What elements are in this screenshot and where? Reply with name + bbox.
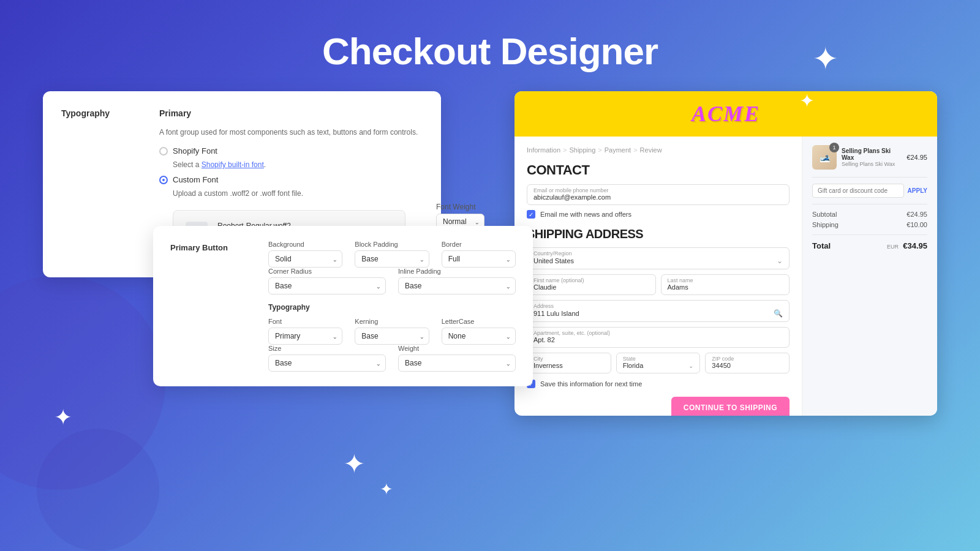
contact-title: CONTACT — [527, 162, 790, 178]
corner-radius-select-wrap[interactable]: Base — [268, 277, 386, 294]
inline-padding-select[interactable]: Base — [398, 277, 516, 294]
corner-radius-select[interactable]: Base — [268, 277, 386, 294]
lettercase-select[interactable]: None — [442, 328, 516, 345]
apt-group[interactable]: Apartment, suite, etc. (optional) Apt. 8… — [527, 327, 790, 348]
shopify-font-radio[interactable] — [159, 147, 168, 156]
product-thumbnail: 🎿 1 — [812, 145, 837, 170]
first-name-label: First name (optional) — [533, 277, 649, 283]
city-state-zip-row: City Inverness State Florida ⌄ ZIP code … — [527, 353, 790, 373]
kerning-select[interactable]: Base — [355, 328, 429, 345]
typography-section-title: Typography — [61, 108, 135, 118]
custom-font-option[interactable]: Custom Font — [159, 175, 484, 184]
total-label: Total — [812, 241, 831, 250]
block-padding-group: Block Padding Base — [355, 241, 429, 268]
country-field-group[interactable]: Country/Region United States ⌄ — [527, 247, 790, 269]
zip-label: ZIP code — [712, 356, 783, 362]
font-select[interactable]: Primary — [268, 328, 342, 345]
apply-discount-button[interactable]: APPLY — [908, 187, 927, 194]
checkout-body: Information > Shipping > Payment > Revie… — [514, 137, 937, 416]
divider-2 — [812, 204, 927, 204]
divider-1 — [812, 177, 927, 178]
breadcrumb-sep-2: > — [598, 146, 601, 154]
apt-label: Apartment, suite, etc. (optional) — [533, 330, 783, 336]
block-padding-select-wrap[interactable]: Base — [355, 250, 429, 268]
border-select-wrap[interactable]: Full — [442, 250, 516, 268]
state-chevron-icon: ⌄ — [688, 362, 693, 369]
weight-select[interactable]: Base — [398, 354, 516, 372]
first-name-group[interactable]: First name (optional) Claudie — [527, 274, 656, 295]
last-name-value: Adams — [668, 283, 783, 291]
block-padding-select[interactable]: Base — [355, 250, 429, 268]
typography-subsection-title: Typography — [268, 303, 516, 312]
corner-radius-group: Corner Radius Base — [268, 268, 386, 294]
border-select[interactable]: Full — [442, 250, 516, 268]
state-group[interactable]: State Florida ⌄ — [616, 353, 701, 373]
size-select[interactable]: Base — [268, 354, 386, 372]
shopify-font-label: Shopify Font — [173, 146, 217, 156]
weight-select-wrap[interactable]: Base — [398, 354, 516, 372]
primary-label: Primary — [159, 108, 484, 118]
border-group: Border Full — [442, 241, 516, 268]
custom-font-label: Custom Font — [173, 175, 218, 184]
newsletter-label: Email me with news and offers — [540, 211, 631, 218]
product-info: Selling Plans Ski Wax Selling Plans Ski … — [842, 148, 902, 167]
subtotal-label: Subtotal — [812, 211, 837, 218]
breadcrumb: Information > Shipping > Payment > Revie… — [527, 146, 790, 154]
save-info-row[interactable]: ✓ Save this information for next time — [527, 380, 790, 388]
shipping-row: Shipping €10.00 — [812, 221, 927, 228]
city-label: City — [533, 356, 605, 362]
inline-padding-select-wrap[interactable]: Base — [398, 277, 516, 294]
breadcrumb-shipping: Shipping — [569, 146, 595, 154]
breadcrumb-review: Review — [640, 146, 662, 154]
background-select[interactable]: Solid — [268, 250, 342, 268]
address-group[interactable]: Address 911 Lulu Island 🔍 — [527, 300, 790, 322]
weight-label: Weight — [398, 345, 516, 352]
product-quantity-badge: 1 — [829, 143, 839, 152]
last-name-group[interactable]: Last name Adams — [661, 274, 790, 295]
breadcrumb-sep-3: > — [633, 146, 637, 154]
email-value: abiczulauf@example.com — [533, 193, 783, 201]
product-name: Selling Plans Ski Wax — [842, 148, 902, 161]
form-row-2: Corner Radius Base Inline Padding — [268, 268, 516, 294]
inline-padding-group: Inline Padding Base — [398, 268, 516, 294]
font-group: Font Primary — [268, 318, 342, 345]
inline-padding-label: Inline Padding — [398, 268, 516, 275]
shopify-font-option[interactable]: Shopify Font — [159, 146, 484, 156]
font-select-wrap[interactable]: Primary — [268, 328, 342, 345]
newsletter-row[interactable]: ✓ Email me with news and offers — [527, 210, 790, 219]
kerning-select-wrap[interactable]: Base — [355, 328, 429, 345]
last-name-label: Last name — [668, 277, 783, 283]
breadcrumb-information: Information — [527, 146, 560, 154]
address-search-icon: 🔍 — [774, 309, 783, 318]
address-value: 911 Lulu Island — [533, 310, 579, 317]
continue-button[interactable]: CONTINUE TO SHIPPING — [671, 397, 790, 416]
discount-input[interactable] — [812, 184, 904, 198]
email-field-group[interactable]: Email or mobile phone number abiczulauf@… — [527, 184, 790, 205]
subtotal-value: €24.95 — [907, 211, 927, 218]
primary-desc: A font group used for most components su… — [159, 128, 484, 137]
country-row: Country/Region United States ⌄ — [527, 247, 790, 269]
state-label: State — [623, 356, 694, 362]
product-price: €24.95 — [907, 154, 927, 161]
size-select-wrap[interactable]: Base — [268, 354, 386, 372]
lettercase-group: LetterCase None — [442, 318, 516, 345]
city-value: Inverness — [533, 362, 605, 369]
product-variant: Selling Plans Ski Wax — [842, 161, 902, 167]
total-row: Total EUR €34.95 — [812, 241, 927, 250]
checkout-header: ACME — [514, 91, 937, 137]
breadcrumb-sep-1: > — [563, 146, 567, 154]
zip-group[interactable]: ZIP code 34450 — [705, 353, 790, 373]
background-select-wrap[interactable]: Solid — [268, 250, 342, 268]
breadcrumb-payment: Payment — [605, 146, 631, 154]
lettercase-select-wrap[interactable]: None — [442, 328, 516, 345]
subtotal-row: Subtotal €24.95 — [812, 211, 927, 218]
city-group[interactable]: City Inverness — [527, 353, 611, 373]
shipping-value: €10.00 — [907, 221, 927, 228]
custom-font-radio[interactable] — [159, 176, 168, 184]
zip-value: 34450 — [712, 362, 783, 369]
star-decoration-left: ✦ — [54, 407, 72, 429]
shopify-font-link[interactable]: Shopify built-in font — [202, 160, 264, 169]
form-row-1: Background Solid Block Padding — [268, 241, 516, 268]
name-row: First name (optional) Claudie Last name … — [527, 274, 790, 295]
newsletter-checkbox[interactable]: ✓ — [527, 210, 535, 219]
